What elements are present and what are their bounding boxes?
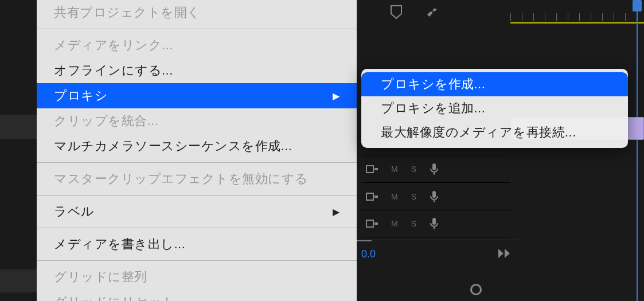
menu-separator xyxy=(37,29,357,29)
mic-icon[interactable] xyxy=(430,163,439,175)
menu-label: 共有プロジェクトを開く xyxy=(54,4,201,21)
playhead[interactable] xyxy=(633,0,642,11)
mic-icon[interactable] xyxy=(430,217,439,230)
solo-button[interactable]: S xyxy=(411,219,417,228)
track-row: M S xyxy=(361,210,510,237)
left-track-strip xyxy=(0,115,37,139)
mic-icon[interactable] xyxy=(430,190,439,203)
menu-label: メディアを書き出し... xyxy=(54,236,185,253)
proxy-submenu: プロキシを作成... プロキシを追加... 最大解像度のメディアを再接続... xyxy=(361,69,628,148)
menu-label: プロキシを作成... xyxy=(381,76,485,93)
submenu-append-proxy[interactable]: プロキシを追加... xyxy=(361,96,628,120)
menu-disable-master-fx[interactable]: マスタークリップエフェクトを無効にする xyxy=(37,166,357,191)
svg-rect-0 xyxy=(366,166,373,173)
menu-separator xyxy=(37,195,357,196)
menu-export-media[interactable]: メディアを書き出し... xyxy=(37,232,357,257)
menu-label: ラベル xyxy=(54,203,95,220)
audio-level-value[interactable]: 0.0 xyxy=(361,248,376,260)
svg-rect-1 xyxy=(374,168,378,170)
solo-button[interactable]: S xyxy=(411,192,417,201)
menu-label: 最大解像度のメディアを再接続... xyxy=(381,124,576,141)
context-menu: 共有プロジェクトを開く メディアをリンク... オフラインにする... プロキシ… xyxy=(37,0,357,301)
svg-rect-2 xyxy=(432,163,436,170)
ruler-ticks xyxy=(510,13,644,21)
menu-make-offline[interactable]: オフラインにする... xyxy=(37,58,357,83)
menu-label: メディアをリンク... xyxy=(54,37,173,54)
menu-merge-clips[interactable]: クリップを統合... xyxy=(37,108,357,134)
scroll-handle[interactable] xyxy=(470,284,482,295)
chevron-right-icon: ▶ xyxy=(333,206,340,217)
menu-reset-to-grid[interactable]: グリッドにリセット xyxy=(37,290,357,301)
submenu-reconnect-full-res[interactable]: 最大解像度のメディアを再接続... xyxy=(361,120,628,144)
menu-label: プロキシ xyxy=(54,87,108,104)
menu-label: プロキシを追加... xyxy=(381,100,485,117)
menu-align-to-grid[interactable]: グリッドに整列 xyxy=(37,264,357,290)
menu-label: グリッドにリセット xyxy=(54,294,175,301)
timeline-ruler[interactable] xyxy=(510,0,644,24)
track-toggle-icon[interactable] xyxy=(366,218,378,229)
menu-label: オフラインにする... xyxy=(54,62,173,79)
chevron-right-icon: ▶ xyxy=(333,91,340,101)
menu-label: クリップを統合... xyxy=(54,112,158,130)
svg-rect-8 xyxy=(432,218,436,225)
menu-open-shared-project[interactable]: 共有プロジェクトを開く xyxy=(37,0,357,25)
menu-label: マルチカメラソースシーケンスを作成... xyxy=(54,138,292,155)
track-row: M S xyxy=(361,182,510,210)
work-area-bar xyxy=(510,22,644,24)
svg-rect-5 xyxy=(432,191,436,198)
mute-button[interactable]: M xyxy=(391,219,399,228)
submenu-create-proxy[interactable]: プロキシを作成... xyxy=(361,72,628,96)
menu-label-submenu[interactable]: ラベル ▶ xyxy=(37,199,357,224)
audio-level-row: 0.0 xyxy=(356,240,522,268)
menu-label: マスタークリップエフェクトを無効にする xyxy=(54,170,309,187)
menu-separator xyxy=(37,228,357,228)
menu-separator xyxy=(37,162,357,163)
left-track-strip xyxy=(0,269,37,292)
solo-button[interactable]: S xyxy=(411,165,417,174)
wrench-icon[interactable] xyxy=(426,5,440,19)
track-row: M S xyxy=(361,155,510,182)
menu-proxy[interactable]: プロキシ ▶ xyxy=(37,83,357,108)
menu-label: グリッドに整列 xyxy=(54,268,147,286)
track-toggle-icon[interactable] xyxy=(366,164,378,174)
svg-rect-7 xyxy=(374,222,378,225)
svg-rect-4 xyxy=(374,196,378,198)
menu-create-multicam[interactable]: マルチカメラソースシーケンスを作成... xyxy=(37,134,357,159)
mute-button[interactable]: M xyxy=(391,192,399,201)
marker-icon[interactable] xyxy=(390,5,403,19)
track-controls: M S M S M S xyxy=(361,155,510,237)
track-toggle-icon[interactable] xyxy=(366,191,378,202)
level-mark xyxy=(356,240,372,241)
svg-rect-3 xyxy=(366,193,373,200)
svg-rect-6 xyxy=(366,220,373,227)
menu-link-media[interactable]: メディアをリンク... xyxy=(37,33,357,58)
menu-separator xyxy=(37,260,357,261)
skip-icon[interactable] xyxy=(498,248,510,261)
mute-button[interactable]: M xyxy=(391,165,399,174)
